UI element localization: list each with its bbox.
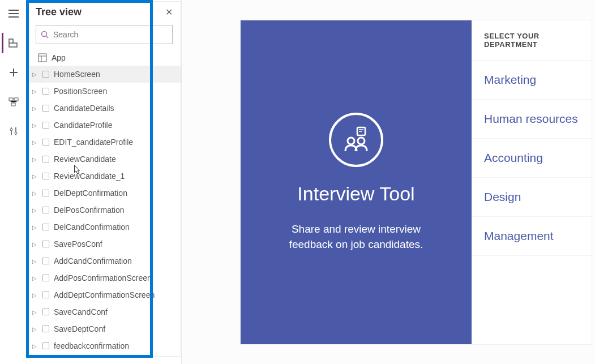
tree-item[interactable]: ▷SavePosConf — [28, 235, 181, 252]
department-item[interactable]: Human resources — [472, 100, 592, 139]
tree-item-label: SaveCandConf — [54, 307, 108, 316]
tree-item[interactable]: ▷DelPosConfirmation — [28, 202, 181, 219]
tree-item[interactable]: ▷ReviewCandidate_1 — [28, 168, 181, 185]
interview-tool-icon — [329, 113, 383, 167]
search-icon — [41, 31, 49, 38]
screen-icon — [42, 275, 49, 281]
tree-item-label: DelPosConfirmation — [54, 205, 125, 215]
screen-icon — [42, 326, 49, 332]
tree-item[interactable]: ▷CandidateProfile — [28, 117, 181, 134]
screen-icon — [42, 105, 49, 112]
tree-item-label: CandidateDetails — [54, 104, 114, 113]
tree-item[interactable]: ▷SaveDeptConf — [28, 320, 181, 337]
chevron-right-icon: ▷ — [32, 275, 40, 281]
canvas-area: Interview Tool Share and review intervie… — [181, 0, 595, 364]
chevron-right-icon: ▷ — [32, 207, 40, 213]
plus-icon[interactable] — [3, 62, 24, 83]
tree-item[interactable]: ▷HomeScreen··· — [28, 66, 181, 83]
close-icon[interactable]: ✕ — [165, 7, 173, 18]
tree-item[interactable]: ▷DelCandConfirmation — [28, 219, 181, 235]
tree-item-label: SavePosConf — [54, 239, 102, 249]
search-input-wrap[interactable] — [36, 25, 173, 44]
app-preview: Interview Tool Share and review intervie… — [241, 20, 592, 344]
tree-item-label: DelDeptConfirmation — [54, 189, 127, 198]
tree-item-label: SaveDeptConf — [54, 324, 105, 333]
tree-view-icon[interactable] — [2, 33, 22, 53]
tree-item[interactable]: ▷PositionScreen — [28, 83, 181, 100]
tree-item-label: AddPosConfirmationScreen — [54, 273, 152, 282]
screen-icon — [42, 207, 49, 213]
chevron-right-icon: ▷ — [32, 105, 40, 112]
chevron-right-icon: ▷ — [32, 173, 40, 179]
tree-view-panel: Tree view ✕ App ▷HomeScreen···▷PositionS… — [27, 1, 181, 357]
panel-title: Tree view — [36, 6, 82, 18]
department-item[interactable]: Marketing — [472, 61, 592, 100]
chevron-right-icon: ▷ — [32, 122, 40, 129]
tree-item-label: HomeScreen — [54, 70, 100, 79]
screen-icon — [42, 88, 49, 95]
chevron-right-icon: ▷ — [32, 71, 40, 78]
hamburger-icon[interactable] — [3, 3, 24, 24]
svg-rect-6 — [38, 54, 46, 62]
tree-item[interactable]: ▷AddDeptConfirmationScreen — [28, 286, 181, 303]
screen-icon — [42, 292, 49, 298]
department-header: SELECT YOUR DEPARTMENT — [472, 20, 592, 61]
tree-item-label: AddDeptConfirmationScreen — [54, 290, 155, 299]
screen-icon — [42, 342, 49, 349]
settings-icon[interactable] — [3, 121, 24, 142]
svg-rect-1 — [14, 98, 18, 101]
data-icon[interactable] — [3, 92, 24, 112]
search-input[interactable] — [53, 30, 168, 39]
department-item[interactable]: Management — [472, 217, 592, 256]
app-label: App — [52, 53, 66, 62]
chevron-right-icon: ▷ — [32, 88, 40, 95]
chevron-right-icon: ▷ — [32, 343, 40, 349]
tree-item[interactable]: ▷ReviewCandidate··· — [28, 151, 181, 168]
svg-point-4 — [15, 132, 17, 134]
screen-icon — [42, 156, 49, 162]
screen-icon — [42, 71, 49, 78]
tree-item-label: DelCandConfirmation — [54, 222, 130, 232]
chevron-right-icon: ▷ — [32, 326, 40, 332]
preview-description: Share and review interview feedback on j… — [271, 222, 441, 252]
tree-item-label: ReviewCandidate_1 — [54, 172, 125, 181]
screen-icon — [42, 190, 49, 196]
preview-title: Interview Tool — [297, 183, 414, 205]
tree-item[interactable]: ▷feedbackconfirmation — [28, 337, 181, 354]
screen-icon — [42, 139, 49, 145]
svg-rect-0 — [9, 98, 13, 101]
department-item[interactable]: Accounting — [472, 139, 592, 178]
svg-rect-2 — [11, 103, 15, 106]
preview-left-pane: Interview Tool Share and review intervie… — [241, 20, 472, 344]
svg-point-5 — [42, 32, 47, 37]
screen-icon — [42, 241, 49, 247]
tree-item[interactable]: ▷DelDeptConfirmation — [28, 185, 181, 202]
tree-item-label: CandidateProfile — [54, 121, 113, 130]
tree-item[interactable]: ▷CandidateDetails — [28, 100, 181, 117]
svg-point-3 — [10, 129, 12, 131]
left-nav-rail — [0, 0, 27, 364]
chevron-right-icon: ▷ — [32, 224, 40, 230]
tree-item[interactable]: ▷AddPosConfirmationScreen — [28, 269, 181, 286]
app-icon — [38, 53, 47, 62]
screen-icon — [42, 224, 49, 230]
tree-item[interactable]: ▷AddCandConfirmation — [28, 252, 181, 269]
chevron-right-icon: ▷ — [32, 258, 40, 264]
tree-app-root[interactable]: App — [28, 50, 181, 66]
svg-point-8 — [348, 138, 354, 144]
screen-icon — [42, 258, 49, 264]
tree-items-list: ▷HomeScreen···▷PositionScreen▷CandidateD… — [28, 66, 181, 354]
tree-item[interactable]: ▷EDIT_candidateProfile — [28, 134, 181, 151]
chevron-right-icon: ▷ — [32, 292, 40, 298]
tree-item-label: feedbackconfirmation — [54, 341, 129, 350]
tree-item-label: ReviewCandidate — [54, 155, 116, 164]
tree-item-label: AddCandConfirmation — [54, 256, 132, 265]
tree-item[interactable]: ▷SaveCandConf — [28, 303, 181, 320]
department-item[interactable]: Design — [472, 178, 592, 217]
chevron-right-icon: ▷ — [32, 309, 40, 315]
tree-item-label: EDIT_candidateProfile — [54, 138, 133, 147]
chevron-right-icon: ▷ — [32, 241, 40, 247]
svg-point-9 — [358, 138, 365, 144]
preview-right-pane: SELECT YOUR DEPARTMENT MarketingHuman re… — [472, 20, 592, 344]
screen-icon — [42, 309, 49, 315]
